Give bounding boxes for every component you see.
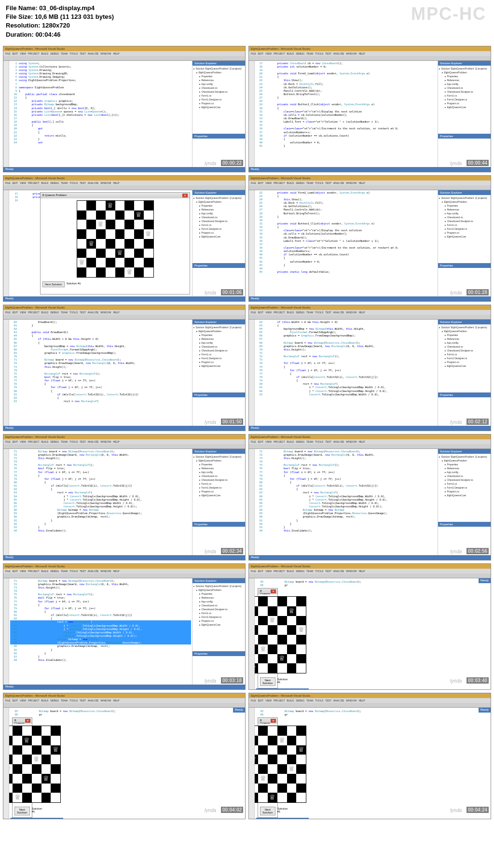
vs-menubar[interactable]: FILE EDIT VIEW PROJECT BUILD DEBUG TEAM … bbox=[3, 439, 245, 444]
vs-statusbar: Ready bbox=[479, 708, 491, 713]
form-titlebar[interactable]: 8 Queens Problem✕ bbox=[13, 718, 32, 724]
close-icon[interactable]: ✕ bbox=[182, 194, 188, 197]
vs-left-gutter bbox=[249, 190, 255, 296]
vs-menubar[interactable]: FILE EDIT VIEW PROJECT BUILD DEBUG TEAM … bbox=[3, 181, 245, 185]
vs-left-gutter bbox=[3, 449, 9, 555]
vs-toolbar[interactable] bbox=[3, 315, 245, 320]
lynda-watermark: lynda bbox=[205, 808, 216, 813]
video-thumbnail[interactable]: EightQueensProblem - Microsoft Visual St… bbox=[248, 693, 491, 819]
video-thumbnail[interactable]: EightQueensProblem - Microsoft Visual St… bbox=[248, 305, 491, 431]
vs-toolbar[interactable] bbox=[3, 56, 245, 61]
vs-toolbar[interactable] bbox=[3, 185, 245, 190]
vs-toolbar[interactable] bbox=[249, 703, 491, 708]
vs-menubar[interactable]: FILE EDIT VIEW PROJECT BUILD DEBUG TEAM … bbox=[3, 569, 245, 574]
solution-explorer[interactable]: Solution Explorer▸ Solution 'EightQueens… bbox=[192, 61, 245, 167]
video-thumbnail[interactable]: EightQueensProblem - Microsoft Visual St… bbox=[248, 175, 491, 302]
next-solution-button[interactable]: Next Solution bbox=[260, 807, 275, 815]
timestamp-label: 00:02:56 bbox=[467, 548, 489, 554]
video-thumbnail[interactable]: EightQueensProblem - Microsoft Visual St… bbox=[3, 46, 246, 172]
vs-toolbar[interactable] bbox=[249, 315, 491, 320]
lynda-watermark: lynda bbox=[205, 678, 216, 684]
lynda-watermark: lynda bbox=[205, 420, 216, 425]
vs-statusbar: Ready bbox=[249, 167, 491, 172]
vs-editor[interactable]: 71 Bitmap board = new Bitmap(Resources.C… bbox=[9, 449, 192, 555]
vs-menubar[interactable]: FILE EDIT VIEW PROJECT BUILD DEBUG TEAM … bbox=[249, 51, 491, 56]
vs-menubar[interactable]: FILE EDIT VIEW PROJECT BUILD DEBUG TEAM … bbox=[249, 181, 491, 185]
vs-editor[interactable]: 85 Bitmap board = new Bitmap(Resources.C… bbox=[255, 578, 479, 689]
vs-menubar[interactable]: FILE EDIT VIEW PROJECT BUILD DEBUG TEAM … bbox=[249, 569, 491, 574]
close-icon[interactable]: ✕ bbox=[271, 589, 276, 593]
solution-explorer[interactable]: Solution Explorer▸ Solution 'EightQueens… bbox=[192, 449, 245, 555]
vs-statusbar: Ready bbox=[3, 167, 245, 172]
vs-toolbar[interactable] bbox=[3, 444, 245, 449]
form-titlebar[interactable]: 8 Queens Problem✕ bbox=[258, 718, 277, 724]
solution-explorer[interactable]: Solution Explorer▸ Solution 'EightQueens… bbox=[438, 320, 491, 426]
vs-toolbar[interactable] bbox=[249, 574, 491, 578]
vs-editor[interactable]: 85 Bitmap board = new Bitmap(Resources.C… bbox=[9, 708, 233, 819]
lynda-watermark: lynda bbox=[205, 549, 216, 554]
vs-editor[interactable]: 71 Bitmap board = new Bitmap(Resources.C… bbox=[255, 449, 438, 555]
vs-menubar[interactable]: FILE EDIT VIEW PROJECT BUILD DEBUG TEAM … bbox=[249, 310, 491, 315]
video-thumbnail[interactable]: EightQueensProblem - Microsoft Visual St… bbox=[3, 434, 246, 560]
vs-left-gutter bbox=[249, 449, 255, 555]
vs-menubar[interactable]: FILE EDIT VIEW PROJECT BUILD DEBUG TEAM … bbox=[3, 310, 245, 315]
timestamp-label: 00:00:22 bbox=[221, 160, 243, 166]
video-thumbnail[interactable]: EightQueensProblem - Microsoft Visual St… bbox=[3, 693, 246, 819]
vs-editor[interactable]: 17 private ChessBoard cb = new ChessBoar… bbox=[9, 190, 192, 296]
vs-titlebar: EightQueensProblem - Microsoft Visual St… bbox=[3, 305, 245, 310]
vs-editor[interactable]: 62 if (this.Width > 0 && this.Height > 0… bbox=[255, 320, 438, 426]
vs-menubar[interactable]: FILE EDIT VIEW PROJECT BUILD DEBUG TEAM … bbox=[3, 698, 245, 703]
video-thumbnail[interactable]: EightQueensProblem - Microsoft Visual St… bbox=[3, 563, 246, 690]
video-thumbnail[interactable]: EightQueensProblem - Microsoft Visual St… bbox=[248, 434, 491, 560]
next-solution-button[interactable]: Next Solution bbox=[14, 807, 30, 815]
timestamp-label: 00:04:24 bbox=[467, 807, 489, 813]
vs-editor[interactable]: 22 private void Form1_Load(object sender… bbox=[255, 190, 438, 296]
vs-left-gutter bbox=[249, 578, 255, 689]
vs-toolbar[interactable] bbox=[3, 703, 245, 708]
solution-explorer[interactable]: Solution Explorer▸ Solution 'EightQueens… bbox=[438, 190, 491, 296]
vs-toolbar[interactable] bbox=[249, 56, 491, 61]
vs-titlebar: EightQueensProblem - Microsoft Visual St… bbox=[249, 305, 491, 310]
thumbnail-grid: EightQueensProblem - Microsoft Visual St… bbox=[0, 43, 494, 822]
timestamp-label: 00:01:28 bbox=[467, 289, 489, 295]
video-thumbnail[interactable]: EightQueensProblem - Microsoft Visual St… bbox=[248, 46, 491, 172]
form-titlebar[interactable]: 8 Queens Problem✕ bbox=[41, 193, 190, 198]
vs-titlebar: EightQueensProblem - Microsoft Visual St… bbox=[3, 693, 245, 698]
vs-editor[interactable]: 60 DrawBoard();61 }6263 public void Draw… bbox=[9, 320, 192, 426]
file-info-header: File Name: 03_06-display.mp4 File Size: … bbox=[0, 0, 494, 43]
timestamp-label: 00:03:18 bbox=[221, 677, 243, 684]
vs-editor[interactable]: 1using System;2using System.Collections.… bbox=[9, 61, 192, 167]
vs-menubar[interactable]: FILE EDIT VIEW PROJECT BUILD DEBUG TEAM … bbox=[3, 51, 245, 56]
solution-explorer[interactable]: Solution Explorer▸ Solution 'EightQueens… bbox=[256, 688, 309, 689]
solution-explorer[interactable]: Solution Explorer▸ Solution 'EightQueens… bbox=[192, 320, 245, 426]
vs-editor[interactable]: 71 Bitmap board = new Bitmap(Resources.C… bbox=[9, 578, 192, 685]
solution-explorer[interactable]: Solution Explorer▸ Solution 'EightQueens… bbox=[192, 578, 245, 685]
next-solution-button[interactable]: Next Solution bbox=[260, 677, 275, 686]
vs-left-gutter bbox=[3, 578, 9, 685]
lynda-watermark: lynda bbox=[450, 549, 462, 554]
video-thumbnail[interactable]: EightQueensProblem - Microsoft Visual St… bbox=[3, 175, 246, 302]
vs-statusbar: Ready bbox=[249, 555, 491, 560]
solution-explorer[interactable]: Solution Explorer▸ Solution 'EightQueens… bbox=[192, 190, 245, 296]
solution-explorer[interactable]: Solution Explorer▸ Solution 'EightQueens… bbox=[256, 818, 309, 819]
solution-label: Solution #1 bbox=[67, 282, 81, 285]
player-watermark: MPC-HC bbox=[411, 4, 486, 24]
solution-explorer[interactable]: Solution Explorer▸ Solution 'EightQueens… bbox=[10, 818, 63, 819]
vs-menubar[interactable]: FILE EDIT VIEW PROJECT BUILD DEBUG TEAM … bbox=[249, 698, 491, 703]
vs-editor[interactable]: 85 Bitmap board = new Bitmap(Resources.C… bbox=[255, 708, 479, 819]
solution-explorer[interactable]: Solution Explorer▸ Solution 'EightQueens… bbox=[438, 61, 491, 167]
vs-menubar[interactable]: FILE EDIT VIEW PROJECT BUILD DEBUG TEAM … bbox=[249, 439, 491, 444]
close-icon[interactable]: ✕ bbox=[25, 719, 30, 723]
solution-explorer[interactable]: Solution Explorer▸ Solution 'EightQueens… bbox=[438, 449, 491, 555]
vs-statusbar: Ready bbox=[3, 426, 245, 431]
vs-toolbar[interactable] bbox=[249, 444, 491, 449]
close-icon[interactable]: ✕ bbox=[271, 719, 276, 723]
video-thumbnail[interactable]: EightQueensProblem - Microsoft Visual St… bbox=[3, 305, 246, 431]
video-thumbnail[interactable]: EightQueensProblem - Microsoft Visual St… bbox=[248, 563, 491, 690]
vs-editor[interactable]: 17 private ChessBoard cb = new ChessBoar… bbox=[255, 61, 438, 167]
form-titlebar[interactable]: 8 Queens Problem✕ bbox=[258, 588, 277, 594]
vs-toolbar[interactable] bbox=[249, 185, 491, 190]
next-solution-button[interactable]: Next Solution bbox=[42, 281, 65, 287]
lynda-watermark: lynda bbox=[450, 808, 462, 813]
vs-toolbar[interactable] bbox=[3, 574, 245, 578]
